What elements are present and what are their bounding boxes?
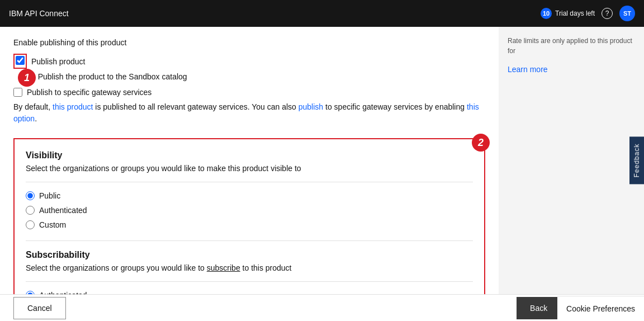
gateway-service-checkbox[interactable] (13, 88, 22, 97)
publish-link[interactable]: publish (299, 102, 323, 111)
subscribability-heading: Subscribability (26, 250, 473, 260)
visibility-radio-group: Public Authenticated Custom (26, 191, 473, 229)
help-icon[interactable]: ? (602, 8, 613, 19)
footer-left: Cancel (13, 297, 66, 319)
header-left: IBM API Connect (9, 9, 69, 18)
trial-count: 10 (541, 8, 552, 19)
publish-section: 1 Enable publishing of this product Publ… (13, 38, 485, 125)
subscribability-divider2 (26, 281, 473, 282)
sandbox-label: Publish the product to the Sandbox catal… (31, 72, 485, 81)
visibility-custom-radio[interactable] (26, 220, 35, 229)
subscribability-divider (26, 240, 473, 241)
visibility-divider (26, 182, 473, 182)
enable-heading: Enable publishing of this product (13, 38, 485, 47)
info-text: By default, this product is published to… (13, 101, 485, 125)
step1-badge: 1 (18, 69, 36, 87)
visibility-public-radio[interactable] (26, 191, 35, 200)
visibility-custom-row: Custom (26, 220, 473, 229)
gateway-service-label[interactable]: Publish to specific gateway services (27, 88, 151, 97)
app-brand: IBM API Connect (9, 9, 69, 18)
learn-more-link[interactable]: Learn more (508, 65, 548, 74)
visibility-public-label[interactable]: Public (39, 191, 60, 200)
page-wrapper: 1 Enable publishing of this product Publ… (0, 27, 644, 321)
visibility-public-row: Public (26, 191, 473, 200)
footer: Cancel Back Next 3 (0, 294, 644, 321)
publish-product-checkbox[interactable] (16, 56, 25, 65)
right-panel: Rate limits are only applied to this pro… (499, 27, 644, 321)
right-panel-text: Rate limits are only applied to this pro… (508, 36, 635, 56)
visibility-authenticated-radio[interactable] (26, 206, 35, 215)
visibility-custom-label[interactable]: Custom (39, 220, 66, 229)
this-product-link[interactable]: this product (53, 102, 93, 111)
publish-product-label[interactable]: Publish product (31, 57, 86, 66)
publish-product-checkbox-wrapper (13, 54, 27, 69)
visibility-subtext: Select the organizations or groups you w… (26, 164, 473, 173)
avatar[interactable]: ST (619, 6, 635, 21)
back-button[interactable]: Back (517, 297, 561, 319)
publish-product-row: Publish product (13, 54, 485, 69)
header-right: 10 Trial days left ? ST (541, 6, 635, 21)
step2-badge: 2 (472, 134, 490, 152)
subscribability-subtext: Select the organizations or groups you w… (26, 263, 473, 272)
header: IBM API Connect 10 Trial days left ? ST (0, 0, 644, 27)
feedback-tab[interactable]: Feedback (629, 137, 644, 185)
trial-label: Trial days left (555, 10, 595, 17)
cancel-button[interactable]: Cancel (13, 297, 66, 319)
visibility-heading: Visibility (26, 150, 473, 160)
gateway-service-row: Publish to specific gateway services (13, 88, 485, 97)
visibility-authenticated-label[interactable]: Authenticated (39, 206, 87, 215)
cookie-preferences[interactable]: Cookie Preferences (557, 296, 644, 321)
visibility-subscribability-box: 2 Visibility Select the organizations or… (13, 138, 485, 321)
visibility-authenticated-row: Authenticated (26, 206, 473, 215)
main-content: 1 Enable publishing of this product Publ… (0, 27, 499, 321)
trial-badge: 10 Trial days left (541, 8, 595, 19)
